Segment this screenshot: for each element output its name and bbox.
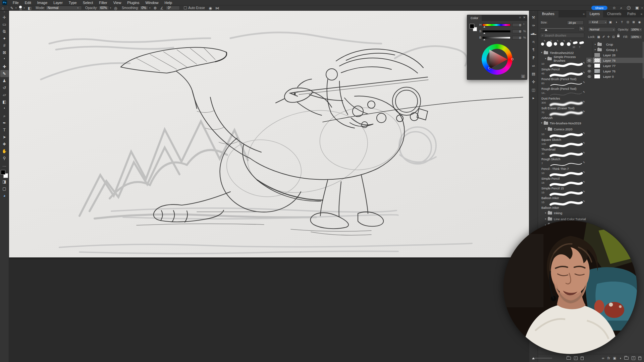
- dodge-tool[interactable]: ⌕: [0, 112, 9, 119]
- tab-layers[interactable]: Layers: [586, 11, 603, 17]
- auto-erase-checkbox[interactable]: [184, 6, 187, 9]
- visibility-toggle[interactable]: [586, 58, 592, 63]
- menu-image[interactable]: Image: [34, 0, 51, 5]
- layer-row[interactable]: ▸Crop: [586, 42, 644, 47]
- timeline-panel-icon[interactable]: ◫: [529, 86, 538, 94]
- lock-artboard-icon[interactable]: ⊡: [612, 35, 615, 39]
- slider-thumb[interactable]: [483, 33, 485, 34]
- crop-tool[interactable]: #: [0, 42, 9, 49]
- symmetry-icon[interactable]: ⋈: [215, 5, 219, 11]
- brush-preset-picker[interactable]: 20: [19, 6, 22, 10]
- layer-row[interactable]: Layer 78: [586, 58, 644, 63]
- brush-item[interactable]: 10✎Square Sketch: [538, 132, 586, 142]
- saturation-brightness-triangle[interactable]: [487, 49, 507, 70]
- new-brush-group-icon[interactable]: [567, 357, 571, 360]
- character-panel-icon[interactable]: A|: [529, 38, 538, 46]
- new-group-icon[interactable]: [624, 357, 629, 360]
- menu-file[interactable]: File: [10, 0, 22, 5]
- pencil-tool[interactable]: ✎: [0, 70, 9, 77]
- panel-menu-icon[interactable]: ≡: [583, 13, 585, 15]
- layer-thumbnail[interactable]: [594, 58, 600, 63]
- lasso-tool[interactable]: Ҩ: [0, 28, 9, 35]
- share-button[interactable]: Share: [591, 6, 607, 10]
- folder-arrow-icon[interactable]: ▸: [544, 218, 547, 220]
- adjustment-layer-icon[interactable]: ◑: [619, 356, 621, 360]
- new-layer-icon[interactable]: +: [632, 356, 635, 360]
- panel-color-swatches[interactable]: [470, 24, 477, 31]
- recent-brush[interactable]: 10: [572, 40, 578, 48]
- kind-filter-select[interactable]: ⌕ Kind▾: [588, 20, 607, 24]
- chevron-down-icon[interactable]: ▾: [110, 7, 111, 9]
- brush-settings-panel-icon[interactable]: ✑: [529, 21, 538, 29]
- brush-item[interactable]: 10✎Simple Pencil: [538, 171, 586, 181]
- chevron-down-icon[interactable]: ▾: [149, 7, 151, 9]
- menu-window[interactable]: Window: [142, 0, 161, 5]
- menu-help[interactable]: Help: [162, 0, 175, 5]
- brush-folder[interactable]: ▾Simple Process Brushes: [538, 56, 586, 62]
- eraser-tool[interactable]: ▱: [0, 91, 9, 98]
- brush-item[interactable]: 15✎Balloon Inker: [538, 190, 586, 200]
- expand-panels-arrow[interactable]: ▸: [529, 94, 538, 102]
- slider-thumb[interactable]: [545, 29, 547, 31]
- eyedropper-tool[interactable]: ❜: [0, 56, 9, 63]
- hand-tool[interactable]: ✋: [0, 147, 9, 155]
- brush-item[interactable]: 300✎Soft Eraser (Eraser Tool): [538, 101, 586, 110]
- tab-paths[interactable]: Paths: [624, 11, 639, 17]
- hue-selector-ring[interactable]: [511, 58, 514, 60]
- color-tab[interactable]: Color: [467, 15, 482, 21]
- clone-stamp-tool[interactable]: ♟: [0, 77, 9, 84]
- brush-item[interactable]: 7✎Pencil - Think Thin 7: [538, 161, 586, 171]
- help-icon[interactable]: ?: [627, 6, 631, 10]
- brush-item[interactable]: 14..✎Dust Particles: [538, 91, 586, 101]
- brush-item[interactable]: 70✎Airbrush: [538, 110, 586, 120]
- layer-thumbnail[interactable]: [594, 69, 600, 73]
- brush-settings-toggle-icon[interactable]: ◧: [28, 5, 31, 11]
- brush-folder[interactable]: ▾Tim-brushes-Nov2019: [538, 120, 586, 126]
- folder-arrow-icon[interactable]: ▾: [540, 51, 543, 54]
- preview-size-slider[interactable]: [541, 357, 552, 359]
- shade-selector-ring[interactable]: [488, 67, 490, 69]
- group-arrow-icon[interactable]: ▸: [594, 43, 597, 46]
- recent-brush[interactable]: ✎: [552, 40, 559, 48]
- layer-thumbnail[interactable]: [594, 53, 600, 57]
- bell-icon[interactable]: ⍾: [613, 6, 615, 10]
- new-brush-icon[interactable]: +: [574, 356, 578, 360]
- visibility-toggle[interactable]: [586, 63, 592, 68]
- panel-menu-icon[interactable]: ≡: [641, 13, 642, 15]
- tool-preset-icon[interactable]: ✎: [10, 5, 13, 11]
- recent-brush[interactable]: ✎: [539, 40, 546, 48]
- smoothing-field[interactable]: 0%: [140, 6, 148, 10]
- marquee-tool[interactable]: ▭: [0, 21, 9, 28]
- chevron-down-icon[interactable]: ▾: [641, 7, 643, 9]
- folder-arrow-icon[interactable]: ▸: [544, 212, 547, 214]
- delete-brush-icon[interactable]: [581, 357, 584, 360]
- visibility-toggle[interactable]: [586, 74, 592, 79]
- folder-arrow-icon[interactable]: ▾: [540, 122, 543, 124]
- pressure-size-icon[interactable]: ◉: [209, 5, 212, 11]
- brush-item[interactable]: 10✎Simple Pencil: [538, 62, 586, 71]
- brush-folder[interactable]: ▸Inking: [538, 210, 586, 216]
- quick-mask-button[interactable]: ◨: [0, 178, 9, 185]
- foreground-color-swatch[interactable]: [470, 24, 474, 28]
- brush-item[interactable]: 83✎Rough Brush (Pencil Tool): [538, 81, 586, 91]
- slider-value-field[interactable]: 0: [512, 23, 522, 27]
- workspace-icon[interactable]: ▣: [635, 6, 639, 10]
- lock-pixels-icon[interactable]: ✐: [602, 35, 605, 39]
- shape-tool[interactable]: ❖: [0, 140, 9, 147]
- slider-track[interactable]: [482, 30, 511, 33]
- brush-item[interactable]: 100✎Thumbnail: [538, 142, 586, 152]
- brush-size-slider[interactable]: [541, 28, 574, 29]
- layer-row[interactable]: Layer 28: [586, 52, 644, 58]
- layer-style-icon[interactable]: fx: [607, 356, 610, 360]
- filter-pin-icon[interactable]: ◉: [637, 20, 642, 24]
- recent-brush[interactable]: ✎: [559, 40, 565, 48]
- tools-panel-icon[interactable]: ⚒: [529, 13, 538, 21]
- blur-tool[interactable]: ❛: [0, 105, 9, 112]
- home-icon[interactable]: ⌂: [2, 5, 4, 11]
- visibility-toggle[interactable]: [586, 42, 592, 47]
- layer-row[interactable]: Layer 0: [586, 74, 644, 79]
- panel-menu-icon[interactable]: ≡: [519, 16, 521, 19]
- search-icon[interactable]: ⌕: [620, 6, 622, 10]
- link-layers-icon[interactable]: ∞: [602, 356, 604, 360]
- share-image-button[interactable]: ◕: [0, 192, 9, 199]
